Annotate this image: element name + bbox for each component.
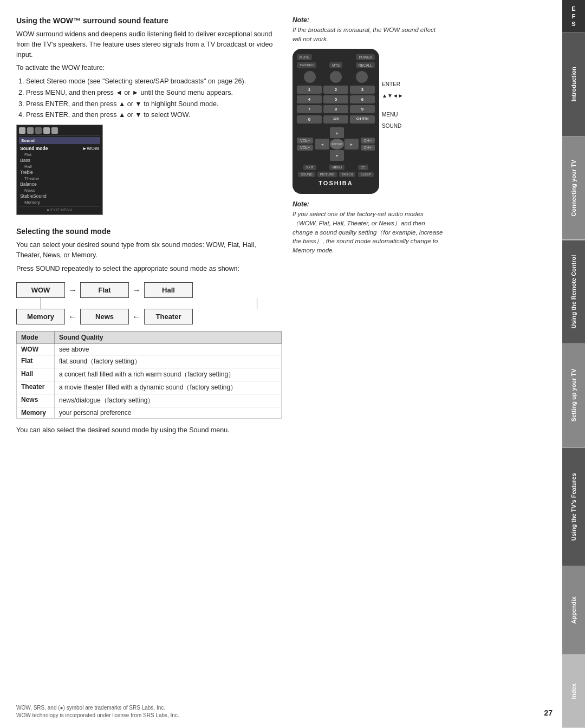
vol-plus-button[interactable]: VOL+ xyxy=(297,145,313,151)
vert-line-left xyxy=(41,298,41,309)
table-row: Flat flat sound（factory setting） xyxy=(17,355,282,368)
sidebar: E F S Introduction Connecting your TV Us… xyxy=(562,0,585,728)
flow-theater: Theater xyxy=(144,309,193,324)
num-3-button[interactable]: 3 xyxy=(350,86,375,94)
wow-step-4: Press ENTER, and then press ▲ or ▼ to se… xyxy=(26,110,282,120)
num-9-button[interactable]: 9 xyxy=(350,105,375,113)
sidebar-tab-setting-up: Setting up your TV xyxy=(562,343,585,447)
btn-round-2[interactable] xyxy=(330,71,342,83)
ch-rtn-button[interactable]: CH RTN xyxy=(350,115,375,123)
wow-activate-label: To activate the WOW feature: xyxy=(16,63,282,73)
table-row: WOW see above xyxy=(17,344,282,355)
col-quality: Sound Quality xyxy=(55,332,282,344)
sidebar-tab-index: Index xyxy=(562,654,585,728)
flow-arrow-2: → xyxy=(132,285,141,295)
sound-label: SOUND xyxy=(382,123,404,129)
sidebar-tab-appendix: Appendix xyxy=(562,566,585,655)
left-column: Using the WOW™ surround sound feature WO… xyxy=(16,16,282,435)
picture-button[interactable]: PICTURE xyxy=(317,172,337,177)
num-100-button[interactable]: 100 xyxy=(323,115,348,123)
flow-top-row: WOW → Flat → Hall xyxy=(16,282,282,298)
wow-note-label: Note: xyxy=(292,16,444,24)
sidebar-tab-efs: E F S xyxy=(562,0,585,32)
flow-flat: Flat xyxy=(80,282,129,298)
wow-steps-list: Select Stereo mode (see "Selecting stere… xyxy=(16,76,282,120)
wow-step-3: Press ENTER, and then press ▲ or ▼ to hi… xyxy=(26,99,282,109)
bottom-summary: You can also select the desired sound mo… xyxy=(16,425,282,435)
sleep-button[interactable]: SLEEP xyxy=(358,172,374,177)
footer: WOW, SRS, and (●) symbol are trademarks … xyxy=(16,704,179,719)
num-6-button[interactable]: 6 xyxy=(350,95,375,103)
wow-section-title: Using the WOW™ surround sound feature xyxy=(16,16,282,25)
table-row: Memory your personal preference xyxy=(17,407,282,419)
top-section: Using the WOW™ surround sound feature WO… xyxy=(16,16,546,435)
right-column: Note: If the broadcast is monaural, the … xyxy=(292,16,444,435)
flow-diagram: WOW → Flat → Hall Memory ← xyxy=(16,282,282,324)
num-5-button[interactable]: 5 xyxy=(323,95,348,103)
recall-button[interactable]: RECALL xyxy=(356,62,375,68)
mts-button[interactable]: MTS xyxy=(329,62,342,68)
flow-arrow-3: ← xyxy=(68,312,77,322)
num-4-button[interactable]: 4 xyxy=(297,95,322,103)
tv-video-button[interactable]: TV/VIDEO xyxy=(297,62,316,68)
page-number: 27 xyxy=(544,708,552,717)
btn-round-3[interactable] xyxy=(356,71,368,83)
sound-mode-note: Note: If you select one of the factory-s… xyxy=(292,200,444,255)
wow-step-1: Select Stereo mode (see "Selecting stere… xyxy=(26,76,282,87)
right-button[interactable]: ► xyxy=(344,139,359,150)
sidebar-tab-introduction: Introduction xyxy=(562,32,585,136)
btn-round-1[interactable] xyxy=(304,71,316,83)
sidebar-tab-connecting: Connecting your TV xyxy=(562,136,585,239)
vol-minus-button[interactable]: VOL− xyxy=(297,138,313,144)
sound-mode-note-label: Note: xyxy=(292,200,444,208)
flow-arrow-4: ← xyxy=(132,312,141,322)
menu-label: MENU xyxy=(382,112,404,118)
flow-wow: WOW xyxy=(16,282,65,298)
power-button[interactable]: POWER xyxy=(356,54,375,60)
remote-right-labels: ENTER ▲▼◄► MENU SOUND xyxy=(379,49,404,129)
remote-area: MUTE POWER TV/VIDEO MTS RECALL xyxy=(292,49,444,194)
flow-bottom-row: Memory ← News ← Theater xyxy=(16,309,282,324)
up-button[interactable]: ▲ xyxy=(330,127,344,138)
wow-intro: WOW surround widens and deepens audio li… xyxy=(16,29,282,60)
vert-line-right xyxy=(257,298,257,309)
ch-plus-button[interactable]: CH+ xyxy=(361,145,375,151)
footer-line1: WOW, SRS, and (●) symbol are trademarks … xyxy=(16,704,179,712)
sound-mode-section-title: Selecting the sound mode xyxy=(16,227,282,236)
table-row: Hall a concert hall filled with a rich w… xyxy=(17,368,282,381)
menu-button[interactable]: MENU xyxy=(329,165,344,170)
main-content: Using the WOW™ surround sound feature WO… xyxy=(0,0,562,728)
wow-note-text: If the broadcast is monaural, the WOW so… xyxy=(292,25,444,43)
flow-memory: Memory xyxy=(16,309,65,324)
enter-label: ENTER xyxy=(382,81,404,87)
flow-arrow-1: → xyxy=(68,285,77,295)
toshiba-logo: TOSHIBA xyxy=(297,180,375,186)
fan-ch-button[interactable]: FAN CH xyxy=(339,172,355,177)
menu-screenshot: Sound Sound mode►WOW Flat Bass Hall Treb… xyxy=(16,125,103,215)
cc-button[interactable]: CC xyxy=(358,165,368,170)
nav-label: ▲▼◄► xyxy=(382,93,404,99)
remote-control: MUTE POWER TV/VIDEO MTS RECALL xyxy=(292,49,379,194)
table-row: Theater a movie theater filled with a dy… xyxy=(17,381,282,394)
exit-button[interactable]: EXIT xyxy=(303,165,316,170)
dpad: ▲ ◄ ENTER ► ▼ xyxy=(315,127,359,161)
down-button[interactable]: ▼ xyxy=(330,150,344,161)
left-button[interactable]: ◄ xyxy=(315,139,329,150)
flow-news: News xyxy=(80,309,129,324)
sidebar-tab-features: Using the TV's Features xyxy=(562,447,585,566)
ch-minus-button[interactable]: CH− xyxy=(361,138,375,144)
num-0-button[interactable]: 0 xyxy=(297,115,322,123)
num-2-button[interactable]: 2 xyxy=(323,86,348,94)
num-1-button[interactable]: 1 xyxy=(297,86,322,94)
num-8-button[interactable]: 8 xyxy=(323,105,348,113)
wow-note: Note: If the broadcast is monaural, the … xyxy=(292,16,444,43)
sidebar-tab-remote-control: Using the Remote Control xyxy=(562,240,585,343)
wow-step-2: Press MENU, and then press ◄ or ► until … xyxy=(26,88,282,98)
sound-mode-press: Press SOUND repeatedly to select the app… xyxy=(16,264,282,274)
sound-button[interactable]: SOUND xyxy=(298,172,315,177)
mute-button[interactable]: MUTE xyxy=(297,54,312,60)
num-7-button[interactable]: 7 xyxy=(297,105,322,113)
enter-center-button[interactable]: ENTER xyxy=(330,139,344,150)
sound-mode-intro: You can select your desired sound type f… xyxy=(16,240,282,261)
flow-hall: Hall xyxy=(144,282,193,298)
